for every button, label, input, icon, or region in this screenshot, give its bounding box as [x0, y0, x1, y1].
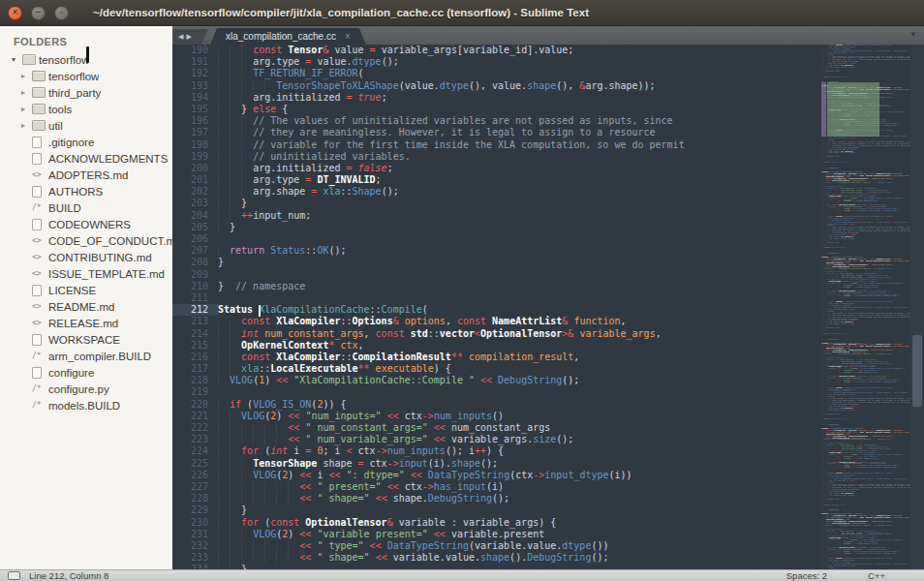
scrollbar-thumb[interactable] [912, 335, 922, 407]
code-editor[interactable]: 190 const Tensor& value = variable_args[… [172, 45, 821, 569]
sidebar-item-readme-md[interactable]: <>README.md [0, 298, 172, 315]
code-line[interactable]: 203 } [172, 198, 821, 209]
sidebar-item-build[interactable]: /*BUILD [0, 199, 172, 216]
code-line[interactable]: 227 << " present=" << ctx->has_input(i) [172, 481, 821, 493]
sidebar-item-configure[interactable]: configure [0, 364, 172, 381]
sidebar-item-third-party[interactable]: ▸third_party [0, 84, 172, 101]
line-number: 220 [172, 399, 218, 411]
code-line[interactable]: 190 const Tensor& value = variable_args[… [172, 45, 821, 56]
code-line[interactable]: 195 } else { [172, 104, 821, 115]
sidebar-item-license[interactable]: LICENSE [0, 282, 172, 298]
chevron-right-icon[interactable]: ▸ [21, 121, 32, 130]
chevron-down-icon[interactable]: ▾ [12, 55, 22, 64]
code-line[interactable]: 202 arg.shape = xla::Shape(); [172, 186, 821, 198]
code-line[interactable]: 191 arg.type = value.dtype(); [172, 56, 821, 68]
code-line[interactable]: 233 << " shape=" << variable.value.shape… [172, 552, 821, 564]
titlebar[interactable]: × − ▫ ~/dev/tensorflow/tensorflow/compil… [0, 0, 924, 26]
code-line[interactable]: 230 for (const OptionalTensor& variable … [172, 517, 821, 529]
chevron-right-icon[interactable]: ▸ [21, 105, 32, 113]
sidebar-item-label: README.md [48, 301, 114, 313]
code-line[interactable]: 213 const XlaCompiler::Options& options,… [172, 316, 821, 327]
code-line[interactable]: 214 int num_constant_args, const std::ve… [172, 328, 821, 340]
text-cursor-pointer [86, 46, 89, 63]
code-line[interactable]: 216 const XlaCompiler::CompilationResult… [172, 352, 821, 363]
tab-history-nav[interactable]: ◀ ▶ [172, 29, 208, 45]
sidebar-item-authors[interactable]: AUTHORS [0, 183, 172, 199]
minimize-window-button[interactable]: − [31, 6, 46, 20]
sidebar-item-label: ADOPTERS.md [48, 169, 128, 181]
sidebar-item-tensorflow[interactable]: ▸tensorflow [0, 68, 172, 84]
maximize-window-button[interactable]: ▫ [54, 6, 69, 20]
code-line[interactable]: 225 TensorShape shape = ctx->input(i).sh… [172, 458, 821, 470]
code-line[interactable]: 231 VLOG(2) << "variable present=" << va… [172, 529, 821, 540]
caret [259, 305, 261, 317]
code-line[interactable]: 229 } [172, 505, 821, 516]
sidebar-item-util[interactable]: ▸util [0, 117, 172, 134]
code-line[interactable]: 197 // they are meaningless. However, it… [172, 127, 821, 138]
code-line[interactable]: 215 OpKernelContext* ctx, [172, 340, 821, 352]
code-line[interactable]: 199 // uninitialized variables. [172, 151, 821, 163]
sidebar-item-arm-compiler-build[interactable]: /*arm_compiler.BUILD [0, 348, 172, 364]
sidebar-item-issue-template-md[interactable]: <>ISSUE_TEMPLATE.md [0, 265, 172, 282]
sidebar-item-code-of-conduct-md[interactable]: <>CODE_OF_CONDUCT.md [0, 232, 172, 249]
code-line[interactable]: 217 xla::LocalExecutable** executable) { [172, 363, 821, 375]
code-line[interactable]: 224 for (int i = 0; i < ctx->num_inputs(… [172, 445, 821, 457]
line-number: 213 [172, 316, 218, 327]
line-number: 215 [172, 340, 218, 352]
tab-xla-compilation-cache[interactable]: xla_compilation_cache.cc × [210, 28, 366, 45]
code-line[interactable]: 193 TensorShapeToXLAShape(value.dtype(),… [172, 80, 821, 92]
line-number: 228 [172, 493, 218, 505]
nav-forward-icon[interactable]: ▶ [186, 33, 191, 41]
sidebar-item-tools[interactable]: ▸tools [0, 101, 172, 117]
sidebar-item-workspace[interactable]: WORKSPACE [0, 331, 172, 348]
code-line[interactable]: 201 arg.type = DT_INVALID; [172, 174, 821, 186]
sidebar-item-acknowledgments[interactable]: ACKNOWLEDGMENTS [0, 150, 172, 167]
code-line[interactable]: 198 // variable for the first time insid… [172, 139, 821, 151]
tab-close-icon[interactable]: × [345, 31, 351, 42]
editor-pane: ◀ ▶ xla_compilation_cache.cc × ▼ 190 con… [172, 26, 924, 569]
sidebar-item-configure-py[interactable]: /*configure.py [0, 381, 172, 397]
code-line[interactable]: 220 if (VLOG_IS_ON(2)) { [172, 399, 821, 411]
code-line[interactable]: 209 [172, 269, 821, 281]
line-number: 225 [172, 458, 218, 470]
code-line[interactable]: 208} [172, 257, 821, 268]
sidebar-item--gitignore[interactable]: .gitignore [0, 134, 172, 150]
code-line[interactable]: 210} // namespace [172, 281, 821, 292]
sidebar-item-models-build[interactable]: /*models.BUILD [0, 397, 172, 413]
close-window-button[interactable]: × [8, 6, 22, 20]
nav-back-icon[interactable]: ◀ [178, 33, 183, 41]
syntax-setting[interactable]: C++ [868, 570, 885, 581]
code-line[interactable]: 204 ++input_num; [172, 210, 821, 222]
code-line[interactable]: 219 [172, 386, 821, 398]
code-line[interactable]: 194 arg.initialized = true; [172, 92, 821, 104]
code-line[interactable]: 232 << " type=" << DataTypeString(variab… [172, 540, 821, 552]
tab-overflow-icon[interactable]: ▼ [909, 30, 917, 39]
console-icon[interactable] [8, 571, 20, 580]
code-line[interactable]: 192 TF_RETURN_IF_ERROR( [172, 68, 821, 79]
code-line[interactable]: 222 << " num_constant_args=" << num_cons… [172, 422, 821, 434]
sidebar-item-release-md[interactable]: <>RELEASE.md [0, 315, 172, 331]
code-line[interactable]: 196 // The values of uninitialized varia… [172, 115, 821, 127]
code-line[interactable]: 234 } [172, 564, 821, 569]
code-line[interactable]: 223 << " num_variable_args=" << variable… [172, 434, 821, 445]
code-line[interactable]: 212Status XlaCompilationCache::Compile( [172, 304, 821, 316]
sidebar-item-label: arm_compiler.BUILD [48, 351, 151, 362]
sidebar-item-adopters-md[interactable]: <>ADOPTERS.md [0, 167, 172, 183]
vertical-scrollbar[interactable] [910, 45, 924, 569]
chevron-right-icon[interactable]: ▸ [21, 72, 32, 80]
code-line[interactable]: 218 VLOG(1) << "XlaCompilationCache::Com… [172, 375, 821, 386]
code-line[interactable]: 206 [172, 233, 821, 245]
code-line[interactable]: 205 } [172, 222, 821, 233]
code-line[interactable]: 221 VLOG(2) << "num_inputs=" << ctx->num… [172, 411, 821, 422]
code-line[interactable]: 200 arg.initialized = false; [172, 163, 821, 174]
sidebar-item-codeowners[interactable]: CODEOWNERS [0, 216, 172, 232]
minimap[interactable]: const Tensor& value = variable_args[vari… [821, 45, 910, 569]
code-line[interactable]: 228 << " shape=" << shape.DebugString(); [172, 493, 821, 505]
indentation-setting[interactable]: Spaces: 2 [786, 570, 827, 581]
code-line[interactable]: 226 VLOG(2) << i << ": dtype=" << DataTy… [172, 470, 821, 481]
code-line[interactable]: 211 [172, 292, 821, 304]
sidebar-item-contributing-md[interactable]: <>CONTRIBUTING.md [0, 249, 172, 265]
sidebar-item-label: util [48, 120, 63, 132]
code-line[interactable]: 207 return Status::OK(); [172, 245, 821, 257]
chevron-right-icon[interactable]: ▸ [21, 88, 32, 97]
